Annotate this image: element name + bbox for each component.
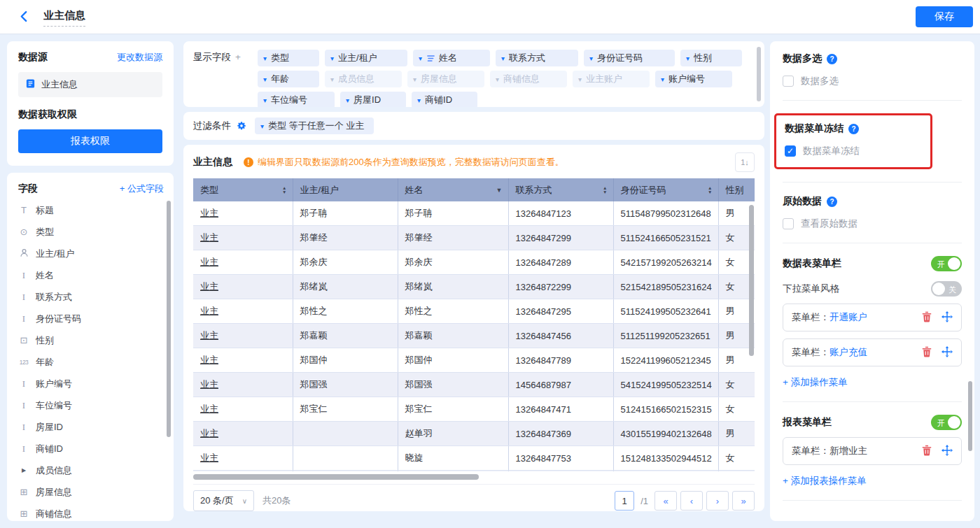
- delete-icon[interactable]: [921, 346, 932, 359]
- field-item[interactable]: ⊞房屋信息: [18, 481, 164, 503]
- sort-order-icon[interactable]: 1↓: [735, 152, 755, 172]
- field-tag-disabled[interactable]: ▾成员信息: [325, 71, 402, 87]
- chevron-down-icon[interactable]: ▾: [330, 76, 334, 83]
- menu-item[interactable]: 菜单栏： 开通账户: [783, 304, 962, 331]
- raw-data-checkbox[interactable]: [783, 218, 794, 229]
- table-row[interactable]: 业主郑绪岚郑绪岚13264872299521542189505231624女: [193, 275, 755, 299]
- field-item[interactable]: ▶成员信息: [18, 459, 164, 481]
- chevron-down-icon[interactable]: ▾: [330, 55, 334, 62]
- report-permission-button[interactable]: 报表权限: [18, 129, 162, 153]
- field-item[interactable]: I商铺ID: [18, 438, 164, 459]
- add-report-action-menu-link[interactable]: + 添加报表操作菜单: [783, 475, 962, 487]
- table-row[interactable]: 业主郑国强郑国强14564687987541524199505232514女: [193, 373, 755, 397]
- table-row[interactable]: 业主郑宝仁郑宝仁13264847471512415166502152315女: [193, 397, 755, 422]
- field-tag[interactable]: ▾业主/租户: [325, 50, 407, 66]
- table-row[interactable]: 业主郑国仲郑国仲13264847789152241199605212345男: [193, 348, 755, 373]
- chevron-down-icon[interactable]: ▾: [578, 76, 582, 83]
- field-item[interactable]: I姓名: [18, 264, 164, 286]
- chevron-down-icon[interactable]: ▾: [413, 76, 416, 83]
- table-vertical-scrollbar[interactable]: [749, 205, 754, 356]
- field-item[interactable]: T标题: [18, 199, 164, 221]
- column-header[interactable]: 联系方式▲▼: [508, 178, 613, 201]
- column-header[interactable]: 业主/租户: [293, 178, 398, 201]
- chevron-down-icon[interactable]: ▾: [263, 55, 267, 62]
- delete-icon[interactable]: [921, 445, 932, 458]
- table-row[interactable]: 业主郑子聃郑子聃13264847123511548799502312648男: [193, 201, 755, 226]
- table-row[interactable]: 业主晓旋13264847753151248133502944512女: [193, 446, 755, 471]
- next-page-button[interactable]: ›: [706, 491, 729, 511]
- change-datasource-link[interactable]: 更改数据源: [117, 51, 162, 64]
- settings-scrollbar[interactable]: [968, 381, 972, 451]
- field-item[interactable]: ⊡性别: [18, 329, 164, 351]
- field-item[interactable]: 业主/租户: [18, 243, 164, 264]
- menu-item-name[interactable]: 账户充值: [830, 346, 867, 359]
- help-icon[interactable]: ?: [827, 197, 837, 207]
- last-page-button[interactable]: »: [732, 491, 755, 511]
- field-item[interactable]: I身份证号码: [18, 308, 164, 329]
- menu-item[interactable]: 菜单栏： 账户充值: [783, 338, 962, 366]
- move-icon[interactable]: [941, 311, 953, 324]
- column-header[interactable]: 姓名▼: [398, 178, 508, 201]
- gear-icon[interactable]: [237, 121, 246, 131]
- add-action-menu-link[interactable]: + 添加操作菜单: [783, 376, 962, 389]
- chevron-down-icon[interactable]: ▾: [589, 55, 593, 62]
- prev-page-button[interactable]: ‹: [680, 491, 703, 511]
- report-menu-toggle[interactable]: 开: [931, 415, 962, 430]
- first-page-button[interactable]: «: [654, 491, 677, 511]
- sort-down-icon[interactable]: ▼: [496, 187, 503, 194]
- fields-scrollbar[interactable]: [167, 201, 171, 437]
- dropdown-style-toggle[interactable]: 关: [931, 281, 962, 297]
- chevron-down-icon[interactable]: ▾: [501, 55, 505, 62]
- save-button[interactable]: 保存: [916, 6, 973, 27]
- add-display-field-icon[interactable]: +: [235, 52, 241, 62]
- field-tag[interactable]: ▾性别: [680, 50, 742, 66]
- field-tag[interactable]: ▾房屋ID: [340, 92, 406, 107]
- field-item[interactable]: 123年龄: [18, 351, 164, 373]
- chevron-down-icon[interactable]: ▾: [263, 97, 267, 104]
- filter-condition-tag[interactable]: ▾类型 等于任意一个 业主: [255, 117, 374, 134]
- menu-item-name[interactable]: 开通账户: [830, 311, 867, 324]
- chevron-down-icon[interactable]: ▾: [263, 76, 267, 83]
- table-row[interactable]: 业主赵单羽13264847369430155199402132648男: [193, 422, 755, 446]
- field-tag-disabled[interactable]: ▾商铺信息: [490, 71, 567, 87]
- field-item[interactable]: ⊙类型: [18, 221, 164, 243]
- field-tag[interactable]: ▾身份证号码: [584, 50, 675, 66]
- chevron-down-icon[interactable]: ▾: [260, 122, 264, 130]
- datasource-item[interactable]: 业主信息: [18, 72, 162, 97]
- sort-updown-icon[interactable]: ▲▼: [282, 186, 286, 194]
- delete-icon[interactable]: [921, 311, 932, 324]
- chevron-down-icon[interactable]: ▾: [686, 55, 690, 62]
- column-header[interactable]: 身份证号码▲▼: [613, 178, 718, 201]
- sort-updown-icon[interactable]: ▲▼: [708, 186, 712, 194]
- field-tag[interactable]: ▾年龄: [258, 71, 319, 87]
- add-formula-field-link[interactable]: + 公式字段: [120, 183, 164, 195]
- back-icon[interactable]: [18, 10, 30, 26]
- page-title[interactable]: 业主信息: [43, 9, 85, 27]
- field-tag[interactable]: ▾车位编号: [258, 92, 335, 107]
- menu-item-name[interactable]: 新增业主: [830, 445, 867, 457]
- field-tag[interactable]: ▾姓名: [413, 50, 490, 66]
- sort-updown-icon[interactable]: ▲▼: [603, 186, 607, 194]
- multi-select-checkbox[interactable]: [783, 76, 794, 87]
- help-icon[interactable]: ?: [827, 54, 837, 64]
- column-header[interactable]: 性别: [718, 178, 755, 201]
- menu-freeze-checkbox[interactable]: ✓: [785, 145, 796, 157]
- field-item[interactable]: I房屋ID: [18, 416, 164, 438]
- table-row[interactable]: 业主郑性之郑性之13264847295511524199505232641男: [193, 299, 755, 324]
- move-icon[interactable]: [941, 445, 953, 458]
- move-icon[interactable]: [941, 346, 953, 359]
- table-menu-toggle[interactable]: 开: [931, 256, 962, 271]
- field-item[interactable]: I联系方式: [18, 286, 164, 308]
- chevron-down-icon[interactable]: ▾: [661, 76, 664, 83]
- field-tag[interactable]: ▾商铺ID: [412, 92, 477, 107]
- field-tag[interactable]: ▾类型: [258, 50, 319, 66]
- field-tag-disabled[interactable]: ▾房屋信息: [407, 71, 484, 87]
- field-item[interactable]: I账户编号: [18, 373, 164, 394]
- expand-icon[interactable]: ▶: [18, 467, 29, 473]
- help-icon[interactable]: ?: [848, 124, 859, 134]
- display-panel-scrollbar[interactable]: [757, 47, 761, 101]
- field-tag[interactable]: ▾账户编号: [655, 71, 732, 87]
- chevron-down-icon[interactable]: ▾: [417, 97, 421, 104]
- column-header[interactable]: 类型▲▼: [193, 178, 293, 201]
- table-horizontal-scrollbar[interactable]: [193, 474, 755, 480]
